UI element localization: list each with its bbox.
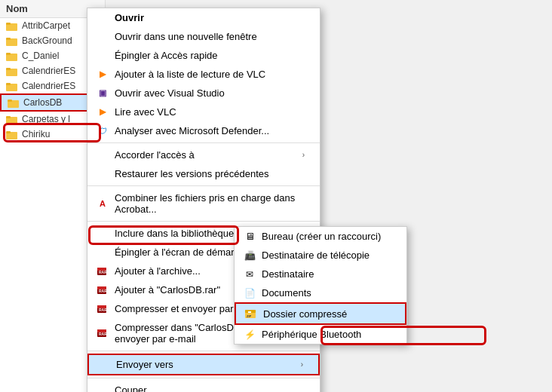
submenu-icon-bureau: 🖥 [242, 231, 257, 242]
menu-label-lire-vlc: Lire avec VLC [115, 106, 305, 118]
arrow-icon-accorder-acces: › [302, 151, 305, 159]
svg-rect-3 [6, 38, 11, 40]
file-item-label: Chiriku [22, 129, 50, 139]
vs-icon: ▣ [99, 88, 106, 98]
folder-icon [8, 98, 20, 108]
submenu-label-dossier-compresse: Dossier compressé [263, 308, 347, 320]
menu-label-ajouter-vlc: Ajouter à la liste de lecture de VLC [115, 69, 305, 80]
menu-label-couper: Couper [115, 384, 305, 392]
menu-icon-comprimer-rar-email: RAR [95, 328, 110, 338]
file-item-label: CalendrierES [22, 66, 75, 76]
svg-rect-11 [8, 100, 12, 102]
menu-icon-comprimer-email: RAR [95, 304, 110, 314]
rar-icon: RAR [97, 285, 109, 296]
folder-icon [6, 81, 18, 91]
svg-rect-7 [6, 68, 11, 70]
svg-rect-13 [6, 116, 11, 118]
menu-icon-lire-vlc: ▶ [95, 107, 110, 117]
docs-icon: 📄 [244, 288, 256, 299]
menu-separator [87, 351, 320, 351]
mail-icon: ✉ [246, 269, 253, 280]
submenu-icon-documents: 📄 [242, 288, 257, 299]
submenu-label-destinataire: Destinataire [262, 268, 314, 280]
submenu-item-dest-telecopie[interactable]: 📠Destinataire de télécopie [235, 246, 406, 265]
menu-icon-ouvrir-vs: ▣ [95, 88, 110, 98]
menu-item-envoyer-vers[interactable]: Envoyer vers› [87, 354, 320, 375]
vlc-icon: ▶ [100, 107, 106, 117]
menu-label-ouvrir-fenetre: Ouvrir dans une nouvelle fenêtre [115, 31, 305, 42]
bluetooth-icon: ⚡ [244, 329, 256, 340]
menu-icon-ajouter-carlosdb-rar: RAR [95, 285, 110, 296]
submenu-label-documents: Documents [262, 287, 311, 299]
submenu-item-peripherique-bluetooth[interactable]: ⚡Périphérique Bluetooth [235, 325, 406, 344]
submenu-item-destinataire[interactable]: ✉Destinataire [235, 265, 406, 283]
svg-rect-9 [6, 83, 11, 85]
submenu-label-bureau: Bureau (créer un raccourci) [262, 231, 381, 242]
menu-icon-ajouter-archive: RAR [95, 266, 110, 277]
rar-icon: RAR [97, 266, 109, 277]
menu-separator [87, 185, 320, 186]
menu-label-accorder-acces: Accorder l'accès à [115, 149, 302, 161]
file-item-label: Carpetas y l [22, 114, 70, 124]
menu-item-ouvrir-fenetre[interactable]: Ouvrir dans une nouvelle fenêtre [87, 27, 320, 46]
menu-label-analyser-defender: Analyser avec Microsoft Defender... [115, 125, 305, 136]
menu-label-epingler-acces: Épingler à Accès rapide [115, 50, 305, 61]
file-item-label: CarlosDB [23, 97, 62, 108]
shield-icon: 🛡 [98, 126, 107, 136]
submenu-label-peripherique-bluetooth: Périphérique Bluetooth [262, 329, 361, 340]
menu-icon-analyser-defender: 🛡 [95, 126, 110, 136]
svg-text:RAR: RAR [99, 308, 107, 312]
rar-icon: RAR [97, 304, 109, 314]
folder-icon [6, 21, 18, 31]
file-item-label: AttribCarpet [22, 20, 70, 31]
menu-separator [87, 221, 320, 222]
file-item-label: CalendrierES [22, 81, 75, 91]
submenu-label-dest-telecopie: Destinataire de télécopie [262, 250, 370, 261]
menu-item-combiner-acrobat[interactable]: ACombiner les fichiers pris en charge da… [87, 188, 320, 219]
menu-item-restaurer-versions[interactable]: Restaurer les versions précédentes [87, 164, 320, 183]
acrobat-icon: A [100, 199, 106, 208]
menu-item-lire-vlc[interactable]: ▶Lire avec VLC [87, 103, 320, 121]
submenu-icon-peripherique-bluetooth: ⚡ [242, 329, 257, 340]
menu-item-epingler-acces[interactable]: Épingler à Accès rapide [87, 46, 320, 65]
svg-text:RAR: RAR [99, 270, 107, 274]
menu-label-restaurer-versions: Restaurer les versions précédentes [115, 168, 305, 179]
menu-item-accorder-acces[interactable]: Accorder l'accès à› [87, 145, 320, 164]
menu-label-ouvrir: Ouvrir [115, 12, 305, 23]
svg-text:RAR: RAR [99, 289, 107, 293]
folder-icon [6, 130, 18, 139]
menu-item-analyser-defender[interactable]: 🛡Analyser avec Microsoft Defender... [87, 121, 320, 140]
svg-text:ZIP: ZIP [247, 314, 252, 318]
svg-rect-1 [6, 23, 11, 25]
file-item-label: C_Daniel [22, 51, 59, 61]
menu-item-ouvrir-vs[interactable]: ▣Ouvrir avec Visual Studio [87, 84, 320, 103]
fax-icon: 📠 [244, 250, 256, 261]
zip-icon: ZIP [244, 308, 258, 320]
menu-item-couper[interactable]: Couper [87, 381, 320, 392]
menu-separator [87, 142, 320, 143]
svg-rect-30 [248, 311, 251, 313]
submenu-envoyer-vers: 🖥Bureau (créer un raccourci)📠Destinatair… [234, 226, 407, 345]
folder-icon [6, 51, 18, 61]
menu-label-ouvrir-vs: Ouvrir avec Visual Studio [115, 87, 305, 99]
folder-icon [6, 66, 18, 76]
submenu-icon-destinataire: ✉ [242, 269, 257, 280]
rar-icon: RAR [97, 328, 109, 338]
menu-item-ajouter-vlc[interactable]: ▶Ajouter à la liste de lecture de VLC [87, 65, 320, 84]
menu-icon-ajouter-vlc: ▶ [95, 69, 110, 79]
menu-separator [87, 378, 320, 378]
submenu-icon-dossier-compresse: ZIP [244, 308, 259, 320]
submenu-item-dossier-compresse[interactable]: ZIP Dossier compressé [235, 302, 406, 325]
submenu-item-documents[interactable]: 📄Documents [235, 283, 406, 302]
svg-text:RAR: RAR [99, 332, 107, 336]
folder-icon [6, 36, 18, 46]
submenu-item-bureau[interactable]: 🖥Bureau (créer un raccourci) [235, 227, 406, 246]
panel-header-label: Nom [6, 3, 28, 14]
desktop-icon: 🖥 [245, 231, 255, 242]
menu-item-ouvrir[interactable]: Ouvrir [87, 8, 320, 27]
submenu-icon-dest-telecopie: 📠 [242, 250, 257, 261]
svg-rect-5 [6, 53, 11, 55]
menu-label-envoyer-vers: Envoyer vers [116, 359, 301, 370]
arrow-icon-envoyer-vers: › [301, 360, 303, 369]
menu-label-combiner-acrobat: Combiner les fichiers pris en charge dan… [115, 192, 305, 215]
